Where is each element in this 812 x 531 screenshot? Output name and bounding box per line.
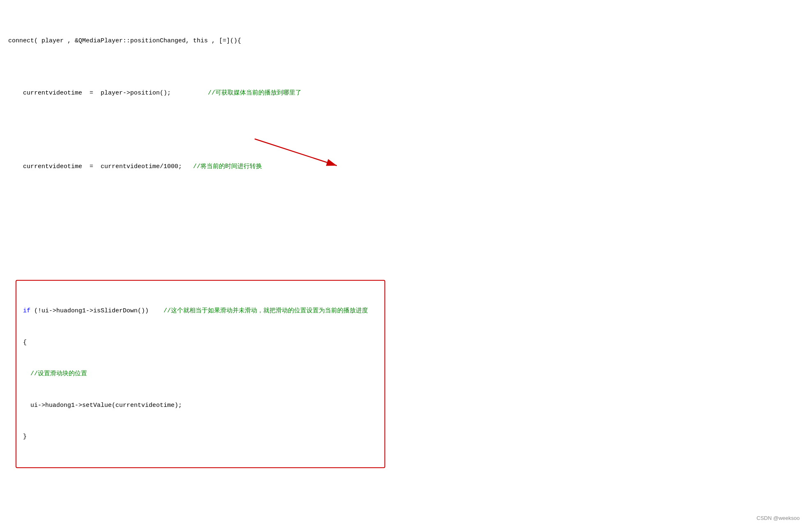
box1-line4: ui->huadong1->setValue(currentvideotime)… (23, 400, 378, 411)
box1-line5: } (23, 432, 378, 442)
blank-line-2 (8, 492, 804, 503)
box1-line3: //设置滑动块的位置 (23, 369, 378, 379)
svg-line-0 (255, 139, 337, 166)
box1-line2: { (23, 337, 378, 348)
code-block: connect( player , &QMediaPlayer::positio… (8, 4, 804, 531)
slider-code-box: if (!ui->huadong1->isSliderDown()) //这个就… (16, 280, 385, 468)
code-line-3: currentvideotime = currentvideotime/1000… (8, 162, 804, 203)
annotation-arrow (255, 139, 349, 170)
watermark: CSDN @weeksoo (757, 514, 800, 523)
blank-line-1 (8, 235, 804, 245)
box1-line1: if (!ui->huadong1->isSliderDown()) //这个就… (23, 306, 378, 316)
code-line-2: currentvideotime = player->position(); /… (8, 88, 804, 99)
code-line-1: connect( player , &QMediaPlayer::positio… (8, 36, 804, 46)
